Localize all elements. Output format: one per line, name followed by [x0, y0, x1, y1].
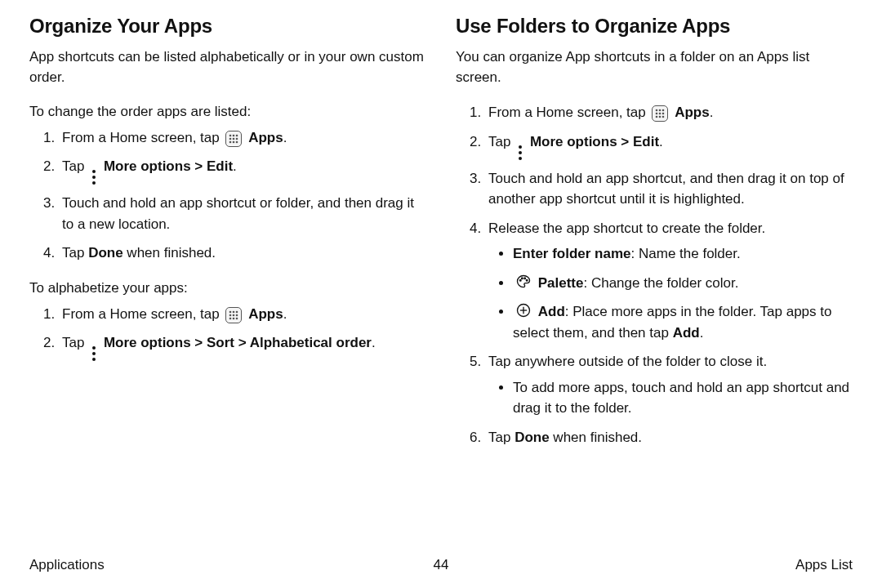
folders-step-2: Tap More options > Edit.: [485, 131, 853, 160]
more-options-label: More options: [530, 134, 617, 149]
svg-point-9: [229, 310, 232, 313]
folders-heading: Use Folders to Organize Apps: [456, 15, 853, 38]
svg-point-20: [662, 109, 665, 112]
step-text: .: [283, 306, 287, 322]
svg-point-21: [656, 113, 658, 115]
svg-point-14: [236, 314, 238, 316]
step-text: Tap: [62, 245, 88, 261]
organize-heading: Organize Your Apps: [29, 15, 426, 38]
edit-label: Edit: [633, 134, 659, 149]
svg-point-22: [659, 113, 662, 115]
svg-point-0: [229, 135, 232, 137]
step5-sub-1: To add more apps, touch and hold an app …: [513, 377, 853, 419]
add-circle-icon: [515, 302, 532, 318]
alphabetize-step-1: From a Home screen, tap Apps.: [59, 304, 426, 325]
alphabetize-step-2: Tap More options > Sort > Alphabetical o…: [59, 332, 426, 361]
two-column-layout: Organize Your Apps App shortcuts can be …: [29, 15, 853, 456]
option-text: .: [700, 325, 704, 341]
apps-label: Apps: [248, 306, 283, 322]
apps-label: Apps: [248, 130, 283, 145]
svg-point-27: [519, 279, 521, 281]
svg-point-23: [662, 113, 665, 115]
step-text: .: [659, 134, 663, 149]
folders-step-4: Release the app shortcut to create the f…: [485, 218, 853, 344]
svg-point-29: [524, 278, 526, 279]
right-column: Use Folders to Organize Apps You can org…: [456, 15, 853, 456]
step-text: Tap: [62, 335, 88, 350]
done-label: Done: [514, 430, 550, 445]
folders-step-1: From a Home screen, tap Apps.: [485, 102, 853, 123]
folders-step-5: Tap anywhere outside of the folder to cl…: [485, 351, 853, 419]
alphabetical-label: Alphabetical order: [250, 335, 372, 350]
svg-point-11: [236, 310, 238, 313]
svg-point-12: [229, 314, 232, 316]
svg-point-15: [229, 317, 232, 319]
sep: >: [234, 335, 250, 350]
folders-step-3: Touch and hold an app shortcut, and then…: [485, 168, 853, 210]
folders-step-6: Tap Done when finished.: [485, 427, 853, 448]
left-column: Organize Your Apps App shortcuts can be …: [29, 15, 426, 456]
change-order-steps: From a Home screen, tap Apps. Tap More o…: [29, 127, 426, 264]
change-order-step-4: Tap Done when finished.: [59, 243, 426, 264]
edit-label: Edit: [207, 158, 233, 174]
apps-label: Apps: [675, 105, 710, 120]
more-options-label: More options: [104, 335, 191, 350]
change-order-lead: To change the order apps are listed:: [29, 102, 426, 122]
step-text: From a Home screen, tap: [488, 105, 649, 120]
sep: >: [617, 134, 633, 149]
svg-point-28: [522, 278, 523, 279]
change-order-step-1: From a Home screen, tap Apps.: [59, 127, 426, 149]
step-text: .: [233, 158, 237, 174]
palette-icon: [515, 274, 532, 290]
svg-point-16: [233, 317, 235, 319]
svg-point-25: [659, 116, 662, 118]
footer-page-number: 44: [29, 557, 853, 573]
done-label: Done: [88, 245, 123, 261]
alphabetize-lead: To alphabetize your apps:: [29, 278, 426, 299]
folder-option-palette: Palette: Change the folder color.: [513, 273, 853, 294]
step-text: Tap: [62, 158, 88, 174]
svg-point-18: [656, 109, 658, 112]
svg-point-19: [659, 109, 662, 112]
sep: >: [191, 335, 207, 350]
apps-grid-icon: [225, 307, 242, 323]
step-text: Tap: [488, 134, 514, 149]
step-text: .: [283, 130, 287, 145]
svg-point-5: [236, 138, 238, 140]
svg-point-6: [229, 141, 232, 144]
step-text: .: [372, 335, 376, 350]
folders-intro: You can organize App shortcuts in a fold…: [456, 47, 853, 87]
palette-label: Palette: [538, 275, 584, 291]
folder-option-name: Enter folder name: Name the folder.: [513, 243, 853, 265]
more-options-icon: [91, 346, 97, 361]
more-options-icon: [517, 145, 523, 160]
apps-grid-icon: [652, 105, 668, 122]
step-text: Tap: [488, 430, 514, 445]
step-text: From a Home screen, tap: [62, 306, 223, 322]
organize-intro: App shortcuts can be listed alphabetical…: [29, 47, 426, 87]
svg-point-8: [236, 141, 238, 144]
svg-point-13: [233, 314, 235, 316]
apps-grid-icon: [225, 131, 242, 147]
svg-point-10: [233, 310, 235, 313]
more-options-label: More options: [104, 158, 191, 174]
svg-point-24: [656, 116, 658, 118]
svg-point-3: [229, 138, 232, 140]
sep: >: [191, 158, 207, 174]
svg-point-30: [526, 279, 528, 281]
step5-sublist: To add more apps, touch and hold an app …: [488, 377, 853, 419]
svg-point-2: [236, 135, 238, 137]
svg-point-1: [233, 135, 235, 137]
change-order-step-2: Tap More options > Edit.: [59, 156, 426, 185]
add-label: Add: [538, 304, 565, 319]
sort-label: Sort: [207, 335, 234, 350]
step-text: From a Home screen, tap: [62, 130, 223, 145]
page-footer: Applications 44 Apps List: [29, 557, 853, 573]
step-text: when finished.: [550, 430, 642, 445]
step-text: when finished.: [123, 245, 216, 261]
step-text: Release the app shortcut to create the f…: [488, 220, 765, 236]
alphabetize-steps: From a Home screen, tap Apps. Tap More o…: [29, 304, 426, 362]
svg-point-17: [236, 317, 238, 319]
step-text: Tap anywhere outside of the folder to cl…: [488, 354, 767, 369]
folders-steps: From a Home screen, tap Apps. Tap More o…: [456, 102, 853, 448]
